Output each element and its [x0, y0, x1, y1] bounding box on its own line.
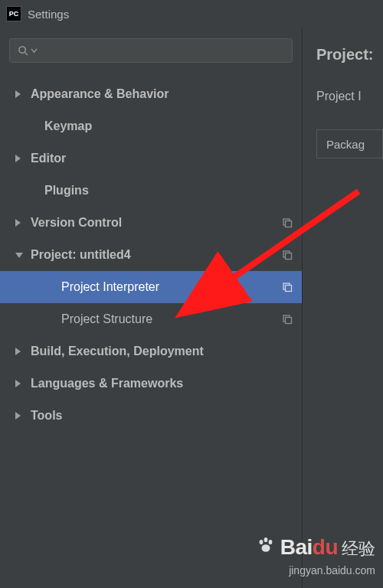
- chevron-down-icon: [31, 48, 38, 54]
- chevron-right-icon: [15, 380, 21, 387]
- tree-item-label: Project: untitled4: [31, 248, 131, 262]
- tree-item-project[interactable]: Project: untitled4: [0, 239, 302, 271]
- chevron-right-icon: [15, 219, 21, 227]
- chevron-down-icon: [15, 253, 23, 258]
- search-icon: [18, 45, 29, 57]
- tree-item-label: Version Control: [31, 216, 122, 230]
- window-title: Settings: [28, 8, 69, 21]
- tree-item-label: Plugins: [44, 184, 89, 198]
- tree-item-label: Build, Execution, Deployment: [31, 345, 204, 358]
- settings-sidebar: Appearance & Behavior Keymap Editor Plug…: [0, 28, 303, 588]
- settings-tree: Appearance & Behavior Keymap Editor Plug…: [0, 72, 302, 432]
- tree-item-label: Project Interpreter: [61, 280, 159, 294]
- copy-icon: [282, 250, 293, 260]
- interpreter-label: Project I: [316, 90, 383, 103]
- svg-rect-3: [286, 221, 292, 227]
- titlebar: PC Settings: [0, 0, 383, 28]
- content-area: Appearance & Behavior Keymap Editor Plug…: [0, 28, 383, 588]
- copy-icon: [282, 314, 293, 325]
- chevron-right-icon: [15, 412, 21, 420]
- copy-icon: [282, 282, 293, 292]
- chevron-right-icon: [15, 155, 21, 162]
- tree-item-editor[interactable]: Editor: [0, 142, 302, 175]
- tree-item-label: Languages & Frameworks: [31, 377, 183, 390]
- tree-item-label: Project Structure: [61, 312, 152, 326]
- tree-item-languages[interactable]: Languages & Frameworks: [0, 368, 302, 400]
- tree-item-tools[interactable]: Tools: [0, 400, 302, 432]
- search-input[interactable]: [9, 38, 293, 63]
- tree-item-project-structure[interactable]: Project Structure: [0, 303, 302, 335]
- svg-point-0: [19, 46, 25, 52]
- chevron-right-icon: [15, 90, 21, 98]
- main-panel: Project: Project I Packag: [303, 28, 383, 588]
- packages-header-label: Packag: [326, 138, 365, 151]
- app-icon: PC: [6, 6, 21, 21]
- tree-item-keymap[interactable]: Keymap: [0, 110, 302, 142]
- tree-item-project-interpreter[interactable]: Project Interpreter: [0, 271, 302, 303]
- tree-item-label: Appearance & Behavior: [31, 87, 169, 101]
- tree-item-appearance[interactable]: Appearance & Behavior: [0, 78, 302, 110]
- svg-rect-5: [286, 253, 292, 260]
- copy-icon: [282, 217, 293, 228]
- svg-rect-7: [286, 286, 292, 292]
- tree-item-version-control[interactable]: Version Control: [0, 207, 302, 239]
- tree-item-plugins[interactable]: Plugins: [0, 175, 302, 207]
- tree-item-label: Tools: [31, 409, 62, 423]
- chevron-right-icon: [15, 348, 21, 355]
- tree-item-label: Keymap: [44, 119, 92, 133]
- tree-item-build[interactable]: Build, Execution, Deployment: [0, 335, 302, 368]
- main-heading: Project:: [316, 46, 383, 64]
- search-wrap: [0, 35, 302, 72]
- packages-header[interactable]: Packag: [316, 129, 383, 158]
- svg-line-1: [25, 52, 28, 55]
- tree-item-label: Editor: [31, 152, 66, 165]
- svg-rect-9: [286, 318, 292, 324]
